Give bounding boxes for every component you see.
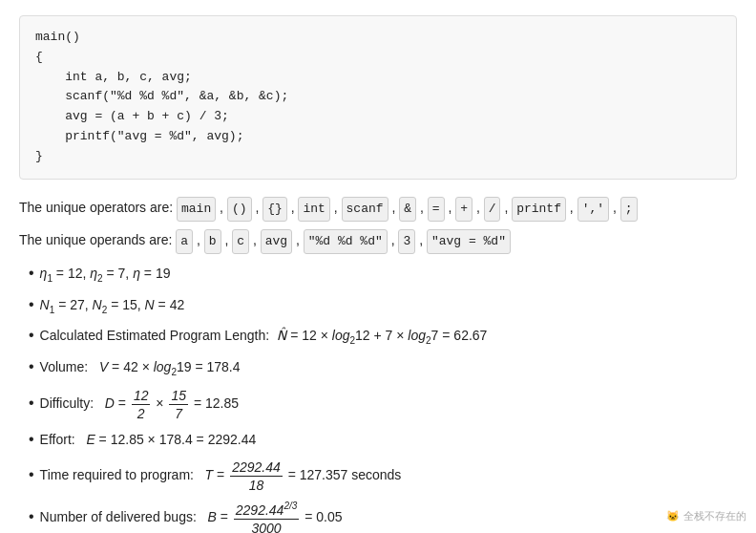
bullet-6: • Effort: E = 12.85 × 178.4 = 2292.44 <box>29 428 737 452</box>
op-semicolon: ; <box>620 197 638 222</box>
bullet-3-text: Calculated Estimated Program Length: N̂ … <box>40 324 488 350</box>
watermark-text: 全栈不存在的 <box>683 509 746 523</box>
bullet-dot-8: • <box>29 509 34 524</box>
bullet-3: • Calculated Estimated Program Length: N… <box>29 324 737 350</box>
code-line-5: avg = (a + b + c) / 3; <box>35 109 229 123</box>
operands-label: The unique operands are: <box>19 232 172 247</box>
bullet-7-text: Time required to program: T = 2292.44 18… <box>40 458 402 494</box>
bullet-5-text: Difficulty: D = 12 2 × 15 7 = 12.85 <box>40 387 239 422</box>
operators-line: The unique operators are: main , () , {}… <box>19 197 737 222</box>
bullet-4: • Volume: V = 42 × log219 = 178.4 <box>29 355 737 381</box>
bullet-dot-1: • <box>29 266 34 281</box>
code-line-7: } <box>35 149 43 163</box>
opd-b: b <box>204 229 221 254</box>
bullet-1-text: η1 = 12, η2 = 7, η = 19 <box>40 262 171 288</box>
bullet-2: • N1 = 27, N2 = 15, N = 42 <box>29 293 737 319</box>
op-int: int <box>298 197 329 222</box>
watermark: 🐱 全栈不存在的 <box>666 509 746 523</box>
code-line-4: scanf("%d %d %d", &a, &b, &c); <box>35 89 288 103</box>
bullet-dot-6: • <box>29 432 34 447</box>
operators-label: The unique operators are: <box>19 200 173 215</box>
opd-c: c <box>232 229 249 254</box>
op-main: main <box>177 197 216 222</box>
code-line-1: main() <box>35 30 80 44</box>
opd-fmt2: "avg = %d" <box>427 229 511 254</box>
bullet-dot-7: • <box>29 467 34 482</box>
bullet-2-text: N1 = 27, N2 = 15, N = 42 <box>40 293 185 319</box>
op-scanf: scanf <box>342 197 388 222</box>
code-line-2: { <box>35 50 43 64</box>
opd-fmt1: "%d %d %d" <box>304 229 388 254</box>
bullet-5: • Difficulty: D = 12 2 × 15 7 = 12.85 <box>29 387 737 422</box>
bullet-dot-3: • <box>29 328 34 343</box>
op-printf: printf <box>512 197 566 222</box>
op-braces: {} <box>262 197 287 222</box>
op-equals: = <box>428 197 445 222</box>
bullet-dot-5: • <box>29 395 34 411</box>
bullet-6-text: Effort: E = 12.85 × 178.4 = 2292.44 <box>40 428 257 452</box>
bullets-section: • η1 = 12, η2 = 7, η = 19 • N1 = 27, N2 … <box>29 262 737 533</box>
op-comma-str: ',' <box>578 197 609 222</box>
code-line-3: int a, b, c, avg; <box>35 70 192 84</box>
bullet-dot-2: • <box>29 297 34 312</box>
bullet-8-text: Number of delivered bugs: B = 2292.442/3… <box>40 500 343 533</box>
opd-3: 3 <box>398 229 415 254</box>
bullet-4-text: Volume: V = 42 × log219 = 178.4 <box>40 355 241 381</box>
op-parens: () <box>227 197 252 222</box>
code-block: main() { int a, b, c, avg; scanf("%d %d … <box>19 15 737 180</box>
op-amp: & <box>399 197 416 222</box>
op-slash: / <box>484 197 501 222</box>
bullet-dot-4: • <box>29 359 34 374</box>
opd-avg: avg <box>261 229 292 254</box>
bullet-1: • η1 = 12, η2 = 7, η = 19 <box>29 262 737 288</box>
watermark-icon: 🐱 <box>666 510 680 522</box>
bullet-7: • Time required to program: T = 2292.44 … <box>29 458 737 494</box>
code-line-6: printf("avg = %d", avg); <box>35 129 243 143</box>
bullet-8: • Number of delivered bugs: B = 2292.442… <box>29 500 737 533</box>
op-plus: + <box>455 197 472 222</box>
opd-a: a <box>176 229 193 254</box>
operands-line: The unique operands are: a , b , c , avg… <box>19 229 737 254</box>
